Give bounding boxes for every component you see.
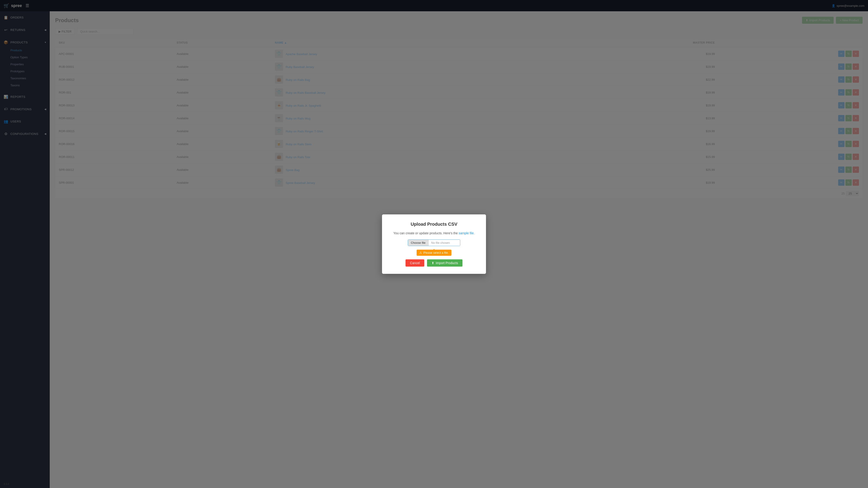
modal-desc-prefix: You can create or update products. Here'… — [393, 231, 458, 235]
sample-file-link[interactable]: sample file. — [459, 231, 475, 235]
file-input-wrapper: Choose file No file chosen — [391, 239, 477, 246]
modal-actions: Cancel ⬆ Import Products — [391, 259, 477, 267]
validation-warning: ⚠ Please select a file. — [416, 250, 452, 256]
choose-file-label: Choose file — [411, 241, 426, 245]
import-modal-label: Import Products — [436, 261, 458, 265]
upload-csv-modal: Upload Products CSV You can create or up… — [382, 215, 486, 274]
modal-overlay: Upload Products CSV You can create or up… — [0, 0, 868, 488]
cancel-button[interactable]: Cancel — [405, 259, 425, 267]
modal-title: Upload Products CSV — [391, 222, 477, 227]
import-button[interactable]: ⬆ Import Products — [427, 259, 463, 267]
file-name-display: No file chosen — [428, 240, 460, 246]
modal-description: You can create or update products. Here'… — [391, 231, 477, 235]
warning-icon: ⚠ — [419, 251, 422, 254]
import-modal-icon: ⬆ — [432, 261, 434, 265]
file-choose-button[interactable]: Choose file — [408, 240, 428, 246]
warning-text: Please select a file. — [423, 251, 449, 254]
file-input-group: Choose file No file chosen — [408, 239, 460, 246]
cancel-label: Cancel — [410, 261, 420, 265]
